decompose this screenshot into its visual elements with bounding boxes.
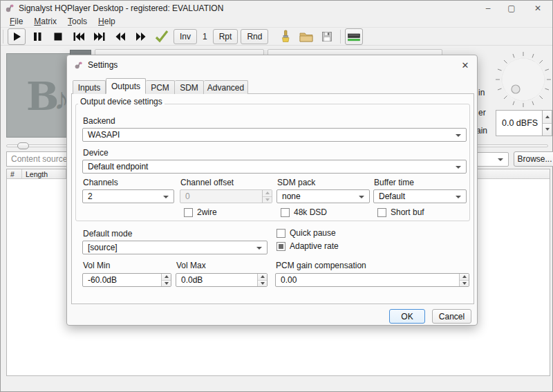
rewind-icon (113, 30, 127, 43)
clef-glyph: B (26, 73, 56, 119)
chevron-down-icon (456, 196, 461, 198)
clipped-label: ain (476, 126, 487, 136)
default-mode-combo[interactable]: [source] (82, 241, 268, 254)
vol-min-spinbox[interactable]: -60.0dB (82, 273, 171, 287)
backend-label: Backend (83, 116, 115, 126)
apply-check-button[interactable] (153, 28, 171, 45)
open-file-button[interactable] (297, 28, 315, 45)
repeat-button[interactable]: Rpt (213, 29, 238, 44)
tab-pcm[interactable]: PCM (146, 80, 175, 94)
output-device-button[interactable] (345, 28, 363, 45)
tab-inputs[interactable]: Inputs (73, 80, 106, 94)
spin-down-icon[interactable] (162, 280, 171, 287)
2wire-checkbox[interactable]: 2wire (184, 207, 217, 217)
audio-device-icon (346, 30, 362, 43)
channels-value: 2 (88, 192, 93, 201)
tab-sdm[interactable]: SDM (175, 80, 204, 94)
spin-down-icon[interactable] (258, 280, 267, 287)
tab-advanced[interactable]: Advanced (204, 80, 248, 94)
checkbox-icon (276, 229, 285, 238)
channel-offset-value: 0 (185, 192, 190, 201)
skip-back-icon (72, 30, 86, 43)
volume-up-arrow[interactable] (543, 111, 552, 123)
save-button[interactable] (318, 28, 336, 45)
volume-knob[interactable] (494, 50, 552, 109)
stop-icon (52, 30, 64, 43)
pause-button[interactable] (28, 28, 46, 45)
cancel-button[interactable]: Cancel (432, 309, 471, 324)
ok-button[interactable]: OK (389, 309, 425, 324)
spin-buttons[interactable] (262, 190, 272, 203)
spin-buttons[interactable] (459, 274, 469, 286)
random-button[interactable]: Rnd (241, 29, 268, 44)
sdm-pack-label: SDM pack (277, 178, 315, 187)
skip-forward-icon (93, 30, 106, 43)
toolbar: Inv 1 Rpt Rnd (1, 28, 552, 46)
pcm-gain-value: 0.00 (281, 275, 297, 285)
rewind-button[interactable] (111, 28, 129, 45)
settings-tabs: Inputs Outputs PCM SDM Advanced (73, 79, 248, 94)
menu-tools[interactable]: Tools (62, 16, 93, 27)
window-title: Signalyst HQPlayer Desktop - registered:… (19, 3, 223, 13)
menu-help[interactable]: Help (93, 16, 121, 27)
dialog-close-button[interactable]: ✕ (459, 59, 471, 71)
channel-offset-label: Channel offset (180, 178, 234, 187)
column-header-length[interactable]: Length (22, 169, 66, 178)
volume-down-arrow[interactable] (543, 123, 552, 136)
vol-max-value: 0.0dB (181, 275, 203, 285)
spin-up-icon[interactable] (460, 274, 469, 280)
quick-pause-label: Quick pause (290, 228, 336, 238)
spin-buttons[interactable] (257, 274, 267, 286)
maximize-button[interactable]: ▢ (500, 1, 523, 16)
column-header-number[interactable]: # (7, 169, 22, 178)
pcm-gain-spinbox[interactable]: 0.00 (275, 273, 469, 287)
buffer-time-combo[interactable]: Default (373, 189, 467, 203)
next-track-button[interactable] (91, 28, 109, 45)
device-value: Default endpoint (88, 162, 148, 171)
fast-forward-button[interactable] (132, 28, 150, 45)
backend-value: WASAPI (88, 130, 120, 140)
adaptive-rate-label: Adaptive rate (290, 241, 339, 251)
dialog-title: Settings (88, 60, 118, 70)
buffer-time-value: Default (379, 192, 405, 201)
backend-combo[interactable]: WASAPI (82, 128, 467, 142)
tab-outputs[interactable]: Outputs (106, 78, 146, 94)
vol-max-spinbox[interactable]: 0.0dB (176, 273, 268, 287)
volume-stepper[interactable] (543, 110, 552, 136)
channels-combo[interactable]: 2 (82, 189, 174, 203)
48k-dsd-checkbox[interactable]: 48k DSD (281, 207, 327, 217)
play-button[interactable] (8, 28, 26, 45)
spin-buttons[interactable] (161, 274, 171, 286)
device-label: Device (83, 148, 109, 158)
sdm-pack-combo[interactable]: none (276, 189, 370, 203)
spin-down-icon[interactable] (263, 196, 272, 203)
close-button[interactable]: ✕ (526, 1, 550, 16)
previous-track-button[interactable] (70, 28, 88, 45)
chevron-down-icon (456, 166, 461, 169)
play-icon (10, 30, 23, 43)
menu-matrix[interactable]: Matrix (28, 16, 62, 27)
clipped-label: er (478, 108, 486, 118)
quick-pause-checkbox[interactable]: Quick pause (276, 228, 336, 238)
spin-down-icon[interactable] (460, 280, 469, 287)
knob-icon (494, 50, 552, 109)
seek-handle[interactable] (17, 142, 29, 149)
channel-offset-spinbox[interactable]: 0 (180, 189, 272, 203)
short-buf-checkbox[interactable]: Short buf (377, 207, 424, 217)
invert-button[interactable]: Inv (174, 29, 197, 44)
volume-level-display[interactable]: 0.0 dBFS (496, 110, 543, 136)
spin-up-icon[interactable] (162, 274, 171, 280)
spin-up-icon[interactable] (258, 274, 267, 280)
app-icon (5, 3, 15, 13)
spin-up-icon[interactable] (263, 190, 272, 196)
brush-icon (279, 30, 292, 44)
chevron-down-icon (498, 158, 503, 161)
folder-icon (299, 30, 314, 43)
stop-button[interactable] (49, 28, 67, 45)
menu-file[interactable]: File (4, 16, 28, 27)
adaptive-rate-checkbox[interactable]: Adaptive rate (276, 241, 339, 251)
device-combo[interactable]: Default endpoint (82, 160, 467, 174)
clear-playlist-button[interactable] (276, 28, 294, 45)
minimize-button[interactable]: – (476, 1, 500, 16)
browse-button[interactable]: Browse... (514, 151, 553, 167)
